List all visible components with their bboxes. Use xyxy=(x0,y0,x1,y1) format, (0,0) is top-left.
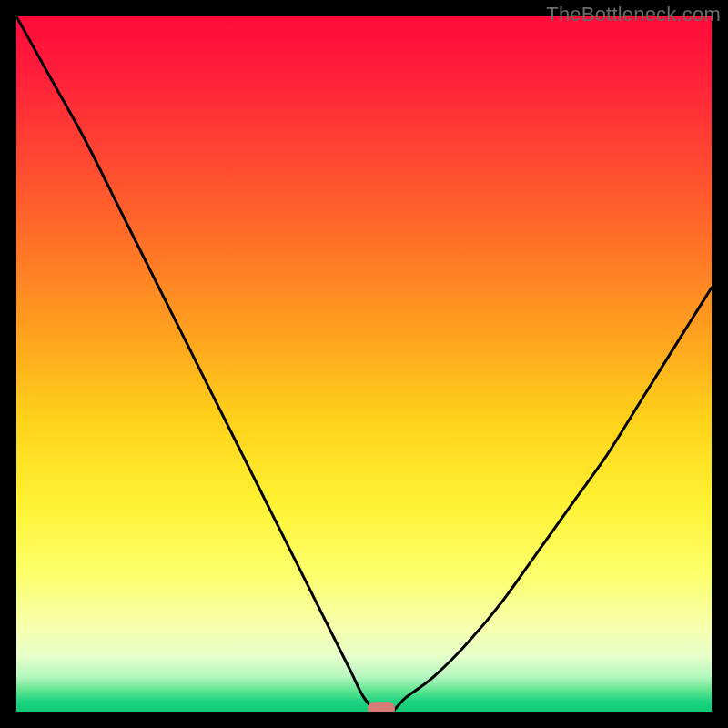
watermark-text: TheBottleneck.com xyxy=(546,3,721,26)
valley-marker xyxy=(368,702,395,712)
plot-area xyxy=(16,16,712,712)
chart-stage: TheBottleneck.com xyxy=(0,0,728,728)
curve-path xyxy=(16,16,712,712)
bottleneck-curve xyxy=(16,16,712,712)
